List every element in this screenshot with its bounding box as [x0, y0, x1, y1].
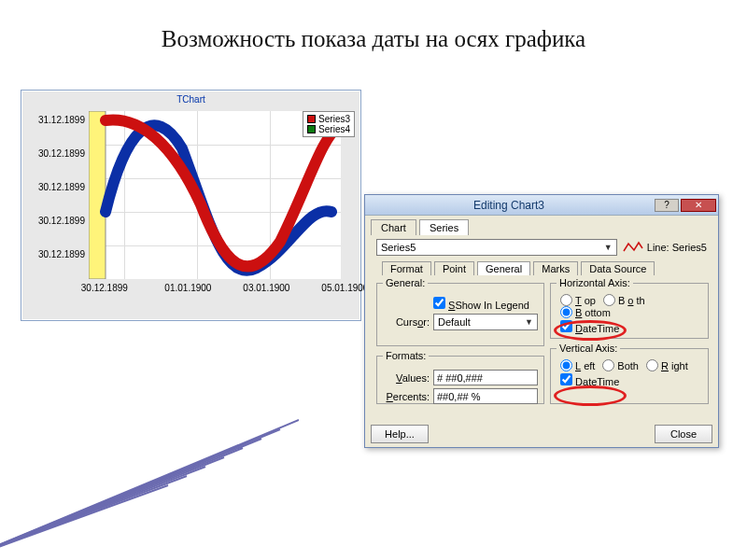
haxis-both-radio[interactable]: Both — [603, 294, 645, 306]
subtab-format[interactable]: Format — [382, 261, 431, 275]
group-label: Formats: — [383, 350, 429, 361]
legend-item: Series3 — [307, 114, 350, 124]
show-in-legend-label: Show In Legend — [455, 300, 529, 311]
vertical-axis-group: Vertical Axis: Left Both Right DateTime — [550, 343, 709, 404]
haxis-datetime-checkbox[interactable]: DateTime — [560, 323, 619, 334]
cursor-label: Cursor: — [383, 316, 430, 328]
subtab-marks[interactable]: Marks — [533, 261, 578, 275]
dialog-button-bar: Help... Close — [371, 425, 712, 443]
vaxis-right-radio[interactable]: Right — [646, 359, 688, 371]
subtab-general[interactable]: General — [477, 261, 530, 275]
svg-line-6 — [0, 467, 205, 560]
vaxis-datetime-checkbox[interactable]: DateTime — [560, 376, 619, 387]
series-dropdown[interactable]: Series5 ▼ — [376, 239, 617, 256]
chevron-down-icon: ▼ — [525, 317, 533, 327]
percents-label: Percents: — [383, 391, 430, 402]
editing-chart-dialog: Editing Chart3 ? ✕ Chart Series Series5 … — [364, 194, 719, 448]
legend-label: Series4 — [318, 124, 350, 134]
y-tick-label: 30.12.1899 — [38, 148, 85, 159]
dropdown-value: Series5 — [381, 242, 416, 253]
page-title: Возможность показа даты на осях графика — [0, 26, 747, 52]
dropdown-value: Default — [438, 316, 471, 328]
group-label: Horizontal Axis: — [557, 277, 633, 288]
x-tick-label: 30.12.1899 — [81, 283, 128, 293]
sub-tabs: Format Point General Marks Data Source — [376, 258, 707, 275]
vaxis-both-radio[interactable]: Both — [602, 359, 639, 371]
y-tick-label: 31.12.1899 — [38, 115, 85, 125]
swatch-icon — [307, 115, 316, 123]
x-tick-label: 01.01.1900 — [164, 283, 211, 293]
y-tick-label: 30.12.1899 — [38, 216, 85, 226]
tab-series[interactable]: Series — [419, 219, 469, 235]
close-icon[interactable]: ✕ — [681, 199, 716, 212]
series-line-icon: Line: Series5 — [623, 241, 707, 254]
general-panel: General: SShow In Legend Cursor: Default… — [376, 275, 707, 425]
horizontal-axis-group: Horizontal Axis: Top Both Bottom DateTim… — [550, 277, 709, 339]
subtab-datasource[interactable]: Data Source — [581, 261, 655, 275]
vaxis-left-radio[interactable]: Left — [560, 359, 595, 371]
group-label: General: — [383, 277, 428, 288]
tab-body: Series5 ▼ Line: Series5 Format Point Gen… — [371, 235, 712, 430]
percents-input[interactable]: ##0,## % — [433, 388, 538, 404]
values-label: Values: — [383, 372, 430, 384]
general-group: General: SShow In Legend Cursor: Default… — [376, 277, 544, 346]
swatch-icon — [307, 125, 316, 133]
svg-rect-0 — [89, 111, 106, 279]
chart-caption: TChart — [21, 91, 360, 105]
chevron-down-icon: ▼ — [604, 243, 613, 252]
chart-legend: Series3 Series4 — [303, 111, 355, 137]
y-axis-labels: 31.12.1899 30.12.1899 30.12.1899 30.12.1… — [25, 111, 85, 279]
show-in-legend-checkbox[interactable]: SShow In Legend — [433, 297, 529, 311]
formats-group: Formats: Values: # ##0,### Percents: ##0… — [376, 350, 544, 404]
subtab-point[interactable]: Point — [434, 261, 474, 275]
svg-line-4 — [0, 448, 243, 560]
svg-line-2 — [0, 429, 280, 560]
cursor-dropdown[interactable]: Default ▼ — [433, 314, 538, 330]
group-label: Vertical Axis: — [557, 343, 620, 354]
legend-item: Series4 — [307, 124, 350, 134]
values-input[interactable]: # ##0,### — [433, 370, 538, 385]
decorative-lines-icon — [0, 411, 299, 560]
main-tabs: Chart Series — [365, 216, 718, 235]
svg-line-1 — [0, 420, 299, 560]
close-button[interactable]: Close — [655, 425, 712, 443]
legend-label: Series3 — [318, 114, 350, 124]
help-button[interactable]: Help... — [371, 425, 429, 443]
tab-chart[interactable]: Chart — [371, 219, 416, 235]
chart-panel: TChart 31.12.1899 30.12.1899 30.12.1899 … — [21, 90, 361, 321]
svg-line-7 — [0, 476, 187, 560]
y-tick-label: 30.12.1899 — [38, 249, 85, 259]
svg-line-5 — [0, 457, 224, 560]
help-titlebar-button[interactable]: ? — [655, 199, 679, 212]
svg-line-3 — [0, 439, 261, 560]
dialog-titlebar[interactable]: Editing Chart3 ? ✕ — [365, 195, 718, 216]
dialog-caption: Editing Chart3 — [365, 199, 653, 212]
x-axis-labels: 30.12.1899 01.01.1900 03.01.1900 05.01.1… — [89, 283, 350, 301]
x-tick-label: 05.01.1900 — [321, 283, 368, 293]
haxis-bottom-radio[interactable]: Bottom — [560, 306, 611, 318]
x-tick-label: 03.01.1900 — [243, 283, 289, 293]
y-tick-label: 30.12.1899 — [38, 182, 85, 192]
series-line-label: Line: Series5 — [647, 242, 707, 253]
haxis-top-radio[interactable]: Top — [560, 294, 596, 306]
svg-line-8 — [0, 485, 168, 560]
